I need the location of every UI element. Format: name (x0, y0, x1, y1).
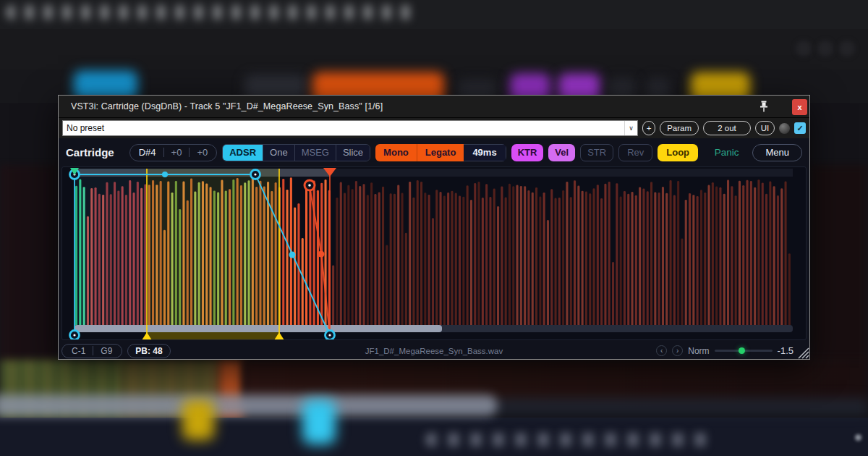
glide-time-value[interactable]: 49ms (464, 144, 506, 161)
plugin-toolbar: Cartridge D#4 +0 +0 ADSR One MSEG Slice … (59, 139, 809, 166)
ui-button[interactable]: UI (755, 121, 775, 135)
str-toggle[interactable]: STR (580, 144, 613, 161)
voice-mode-group: Mono Legato 49ms (375, 144, 506, 161)
bg-blur-scrollbar-track (492, 397, 868, 415)
orange-envelope-handle-dot (308, 184, 311, 187)
orange-curve-midpoint[interactable] (318, 251, 325, 258)
gain-value: -1.5 (778, 345, 793, 356)
prev-sample-button[interactable]: ‹ (656, 345, 667, 356)
root-note-group[interactable]: D#4 +0 +0 (129, 144, 218, 161)
envelope-mode-tabs: ADSR One MSEG Slice (222, 144, 370, 161)
daw-toolbar-icon (796, 41, 812, 56)
key-high-value[interactable]: G9 (101, 346, 112, 356)
window-title: VST3i: Cartridge (DsgDnB) - Track 5 "JF1… (71, 101, 383, 111)
loop-region-tint (147, 169, 279, 326)
plugin-name: Cartridge (66, 146, 114, 159)
preset-value: No preset (67, 123, 104, 133)
root-note-value[interactable]: D#4 (139, 147, 156, 158)
normalize-slider-thumb[interactable] (739, 347, 745, 354)
daw-toolbar-icon (839, 41, 855, 56)
sustain-end-dot (254, 173, 256, 175)
rev-toggle[interactable]: Rev (618, 144, 652, 161)
envelope-start-dot (73, 334, 75, 336)
loop-band (147, 332, 279, 339)
output-routing-button[interactable]: 2 out (703, 121, 751, 135)
ktr-toggle[interactable]: KTR (511, 144, 544, 161)
fine-tune-value[interactable]: +0 (197, 147, 208, 158)
add-preset-button[interactable]: + (642, 121, 655, 135)
coarse-tune-value[interactable]: +0 (171, 147, 182, 158)
host-knob[interactable] (779, 123, 790, 134)
bg-blur-scrollbar-thumb (0, 394, 498, 416)
bg-waveform-edge-right (810, 165, 868, 364)
waveform-scrollbar-thumb[interactable] (75, 325, 442, 332)
waveform-display[interactable] (62, 167, 806, 339)
preset-row: No preset ∨ + Param 2 out UI ✓ (59, 117, 809, 138)
panic-button[interactable]: Panic (715, 147, 739, 158)
tab-mseg[interactable]: MSEG (295, 145, 336, 161)
statusbar-right-group: ‹ › Norm -1.5 (656, 345, 807, 356)
preset-dropdown[interactable]: No preset ∨ (62, 120, 638, 136)
key-low-value[interactable]: C-1 (72, 346, 85, 356)
daw-toolbar-strip (0, 29, 868, 69)
divider (163, 148, 164, 157)
release-segment-midpoint[interactable] (289, 252, 296, 258)
bg-blur-loop-marker (182, 400, 214, 440)
sample-filename: JF1_D#_MegaReese_Syn_Bass.wav (365, 347, 503, 355)
next-sample-button[interactable]: › (672, 345, 683, 356)
mono-button[interactable]: Mono (375, 144, 417, 161)
timeline-inactive-region (330, 169, 793, 177)
pitch-bend-control[interactable]: PB: 48 (127, 344, 170, 358)
key-range-control[interactable]: C-1 G9 (61, 344, 122, 358)
normalize-slider[interactable] (715, 350, 773, 352)
tab-one[interactable]: One (263, 145, 295, 161)
tab-adsr[interactable]: ADSR (223, 145, 263, 161)
close-button[interactable]: x (792, 99, 807, 115)
tab-slice[interactable]: Slice (336, 145, 370, 161)
resize-grip[interactable] (795, 345, 809, 359)
bg-blur-dot (855, 434, 861, 441)
status-bar: C-1 G9 PB: 48 JF1_D#_MegaReese_Syn_Bass.… (61, 342, 807, 359)
window-titlebar[interactable]: VST3i: Cartridge (DsgDnB) - Track 5 "JF1… (59, 96, 809, 117)
norm-label: Norm (688, 346, 709, 356)
loop-toggle[interactable]: Loop (658, 144, 698, 161)
bg-waveform-edge-left (0, 165, 58, 364)
sustain-segment-midpoint[interactable] (162, 172, 168, 177)
plugin-window: VST3i: Cartridge (DsgDnB) - Track 5 "JF1… (58, 95, 810, 360)
divider (189, 148, 190, 157)
menu-button[interactable]: Menu (752, 144, 802, 161)
chevron-down-icon[interactable]: ∨ (624, 121, 637, 135)
legato-button[interactable]: Legato (417, 144, 464, 161)
waveform-panel[interactable] (61, 166, 807, 340)
bg-blur-envelope-handle (302, 400, 336, 444)
daw-blurred-title-text (6, 5, 418, 20)
pre-loop-region-tint (75, 169, 147, 326)
divider (93, 346, 93, 355)
enable-checkbox[interactable]: ✓ (794, 122, 806, 134)
vel-toggle[interactable]: Vel (548, 144, 575, 161)
param-button[interactable]: Param (660, 121, 699, 135)
daw-toolbar-icon (817, 41, 833, 56)
pin-icon[interactable] (757, 100, 770, 113)
release-end-dot (328, 334, 331, 336)
bg-blurred-status-text (425, 433, 715, 447)
